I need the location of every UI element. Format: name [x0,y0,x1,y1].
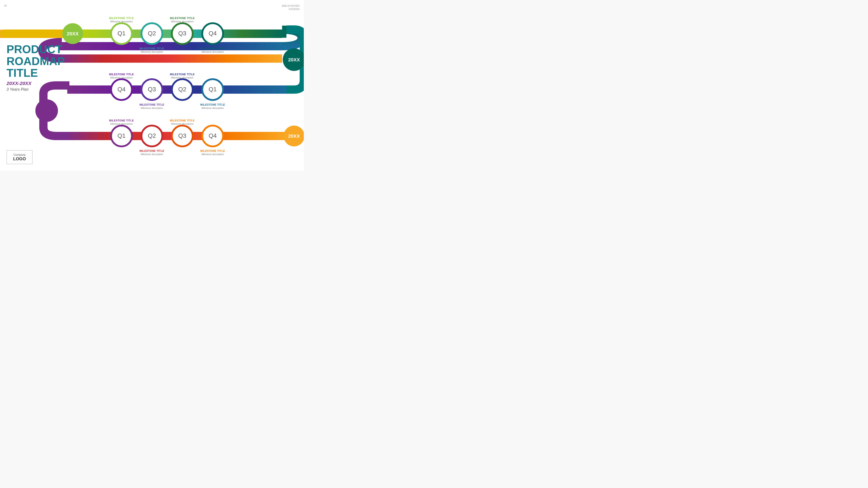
title-sub: 3 Years Plan [6,87,65,92]
svg-text:MILESTONE TITLE: MILESTONE TITLE [109,119,134,122]
svg-text:MILESTONE TITLE: MILESTONE TITLE [140,103,164,106]
company-logo: Company LOGO [6,150,33,164]
svg-text:MILESTONE TITLE: MILESTONE TITLE [109,73,134,76]
svg-text:Milestone description: Milestone description [171,76,193,79]
svg-rect-2 [59,42,282,50]
logo-top-text: Company [13,153,26,156]
svg-text:Milestone description: Milestone description [110,20,132,23]
svg-text:Q2: Q2 [148,30,156,37]
svg-rect-4 [0,30,72,38]
svg-text:MILESTONE TITLE: MILESTONE TITLE [109,17,134,20]
svg-text:MILESTONE TITLE: MILESTONE TITLE [140,47,164,50]
svg-text:Q1: Q1 [117,30,125,37]
svg-text:Q4: Q4 [117,86,125,93]
svg-text:20XX: 20XX [288,57,300,62]
svg-text:Milestone description: Milestone description [141,153,163,156]
svg-text:20XX: 20XX [67,31,79,36]
svg-text:MILESTONE TITLE: MILESTONE TITLE [200,103,225,106]
svg-text:Q4: Q4 [209,30,217,37]
svg-text:Q3: Q3 [148,86,156,93]
title-block: PRODUCT ROADMAP TITLE 20XX-20XX 3 Years … [6,43,65,92]
svg-text:Q1: Q1 [209,86,217,93]
svg-text:Milestone description: Milestone description [171,20,193,23]
svg-text:Q1: Q1 [117,132,125,139]
svg-text:Milestone description: Milestone description [141,107,163,109]
svg-text:20XX: 20XX [288,133,300,139]
svg-text:Q3: Q3 [178,30,186,37]
svg-text:Milestone description: Milestone description [171,123,193,125]
roadmap-page: 01 ADD A FOOTER 5/13/2019 [0,0,304,171]
svg-text:MILESTONE TITLE: MILESTONE TITLE [140,150,164,153]
svg-text:MILESTONE TITLE: MILESTONE TITLE [200,150,225,153]
svg-text:Milestone description: Milestone description [110,123,132,125]
svg-text:MILESTONE TITLE: MILESTONE TITLE [200,47,225,50]
svg-text:Milestone description: Milestone description [202,107,224,109]
svg-text:Q4: Q4 [209,132,217,139]
svg-text:Q3: Q3 [178,132,186,139]
svg-point-15 [35,99,58,122]
svg-text:Milestone description: Milestone description [141,51,163,53]
svg-text:MILESTONE TITLE: MILESTONE TITLE [170,17,195,20]
svg-text:Q2: Q2 [178,86,186,93]
svg-text:Q2: Q2 [148,132,156,139]
roadmap-title: PRODUCT ROADMAP TITLE [6,43,65,79]
title-years: 20XX-20XX [6,81,65,86]
logo-bottom-text: LOGO [13,156,26,161]
svg-text:MILESTONE TITLE: MILESTONE TITLE [170,119,195,122]
svg-text:Milestone description: Milestone description [202,51,224,53]
svg-text:MILESTONE TITLE: MILESTONE TITLE [170,73,195,76]
svg-text:Milestone description: Milestone description [202,153,224,156]
svg-text:Milestone description: Milestone description [110,76,132,79]
svg-rect-3 [59,55,282,63]
